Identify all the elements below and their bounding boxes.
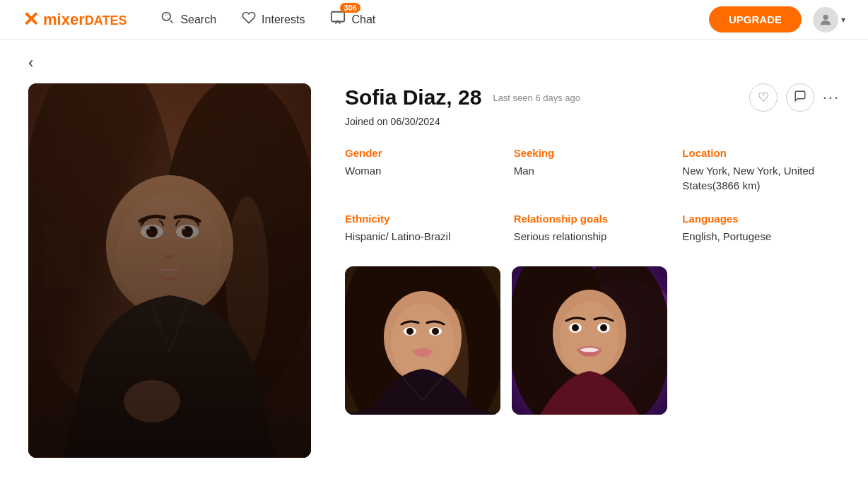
gender-label: Gender	[345, 147, 503, 159]
profile-name: Sofia Diaz, 28	[345, 85, 481, 110]
more-options-button[interactable]: ···	[823, 88, 840, 107]
svg-point-2	[168, 18, 170, 20]
profile-container: YBOY	[28, 83, 840, 458]
ethnicity-value: Hispanic/ Latino-Brazil	[345, 229, 503, 244]
profile-header: Sofia Diaz, 28 Last seen 6 days ago ♡	[345, 83, 840, 112]
seeking-value: Man	[514, 163, 671, 178]
svg-rect-5	[28, 83, 311, 458]
logo-text: mixerDATES	[43, 11, 127, 29]
svg-point-17	[176, 225, 199, 239]
user-avatar	[813, 7, 838, 32]
heart-nav-icon	[242, 11, 256, 28]
nav-links: Search Interests 306 Chat	[160, 10, 709, 29]
photo-thumb-2[interactable]	[512, 266, 667, 415]
location-label: Location	[682, 147, 840, 159]
svg-point-46	[600, 324, 607, 331]
search-nav-icon	[160, 11, 175, 28]
ethnicity-info: Ethnicity Hispanic/ Latino-Brazil	[345, 213, 503, 244]
relationship-info: Relationship goals Serious relationship	[514, 213, 671, 244]
svg-text:YBOY: YBOY	[46, 256, 69, 265]
photos-row	[345, 266, 840, 415]
search-nav-link[interactable]: Search	[160, 11, 216, 28]
message-icon	[794, 90, 807, 106]
photo-thumb-1[interactable]	[345, 266, 500, 415]
svg-point-16	[141, 225, 163, 239]
heart-icon: ♡	[758, 90, 769, 105]
chat-badge: 306	[340, 3, 360, 13]
user-menu-button[interactable]: ▾	[813, 7, 845, 32]
main-content: ‹	[0, 40, 868, 472]
svg-point-24	[166, 254, 173, 259]
svg-point-25	[124, 380, 180, 422]
last-seen-text: Last seen 6 days ago	[493, 93, 580, 103]
languages-value: English, Portugese	[682, 229, 840, 244]
languages-info: Languages English, Portugese	[682, 213, 840, 244]
navbar: ✕ mixerDATES Search Interests	[0, 0, 868, 40]
like-button[interactable]: ♡	[749, 83, 778, 112]
svg-point-10	[28, 83, 177, 401]
interests-nav-link[interactable]: Interests	[242, 11, 305, 28]
chevron-down-icon: ▾	[841, 15, 845, 25]
logo[interactable]: ✕ mixerDATES	[23, 8, 127, 31]
ellipsis-icon: ···	[823, 88, 840, 106]
svg-rect-26	[28, 83, 311, 458]
svg-rect-8	[42, 225, 81, 288]
svg-point-22	[147, 227, 150, 230]
svg-point-42	[560, 302, 619, 375]
relationship-value: Serious relationship	[514, 229, 671, 244]
svg-point-12	[226, 196, 269, 366]
svg-point-23	[182, 227, 185, 230]
svg-point-11	[163, 83, 311, 401]
svg-point-20	[152, 227, 156, 232]
seeking-info: Seeking Man	[514, 147, 671, 193]
profile-actions: ♡ ···	[749, 83, 840, 112]
chat-nav-link[interactable]: 306 Chat	[330, 10, 375, 29]
svg-point-21	[187, 227, 192, 232]
gender-value: Woman	[345, 163, 503, 178]
svg-point-4	[823, 14, 828, 19]
relationship-label: Relationship goals	[514, 213, 671, 225]
svg-point-36	[432, 328, 439, 335]
svg-point-19	[182, 226, 193, 237]
svg-rect-7	[28, 225, 311, 458]
svg-rect-13	[152, 288, 187, 345]
svg-point-45	[572, 324, 579, 331]
ethnicity-label: Ethnicity	[345, 213, 503, 225]
svg-point-35	[406, 328, 414, 335]
logo-x-icon: ✕	[23, 8, 39, 31]
nav-right: UPGRADE ▾	[709, 6, 845, 32]
svg-point-18	[146, 226, 158, 237]
profile-info: Sofia Diaz, 28 Last seen 6 days ago ♡	[345, 83, 840, 415]
svg-rect-6	[28, 83, 311, 458]
location-value: New York, New York, United States(3866 k…	[682, 163, 840, 193]
profile-photo-image: YBOY	[28, 83, 311, 458]
svg-point-1	[165, 13, 168, 16]
chat-nav-icon	[330, 10, 346, 29]
message-button[interactable]	[786, 83, 814, 112]
location-info: Location New York, New York, United Stat…	[682, 147, 840, 193]
svg-point-14	[106, 175, 233, 316]
info-grid: Gender Woman Seeking Man Location New Yo…	[345, 147, 840, 244]
languages-label: Languages	[682, 213, 840, 225]
upgrade-button[interactable]: UPGRADE	[709, 6, 802, 32]
seeking-label: Seeking	[514, 147, 671, 159]
svg-point-15	[117, 193, 223, 313]
back-button[interactable]: ‹	[28, 54, 33, 72]
gender-info: Gender Woman	[345, 147, 503, 193]
join-date: Joined on 06/30/2024	[345, 116, 840, 127]
profile-photo: YBOY	[28, 83, 311, 458]
